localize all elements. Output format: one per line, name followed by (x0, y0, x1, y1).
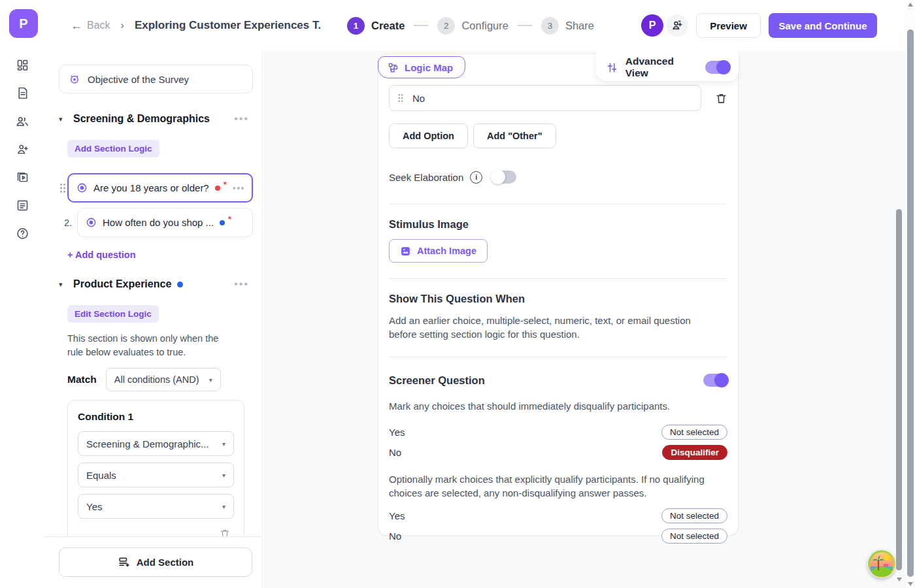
question-number: 2. (59, 218, 77, 228)
seek-elaboration-toggle[interactable] (492, 171, 516, 184)
edit-section-logic-link[interactable]: Edit Section Logic (67, 305, 159, 323)
step-connector (518, 25, 532, 26)
more-menu-icon[interactable]: ••• (233, 183, 245, 193)
scrollbar-thumb[interactable] (907, 29, 914, 577)
user-avatar[interactable]: P (641, 14, 663, 37)
progress-stepper: 1 Create 2 Configure 3 Share (347, 0, 594, 51)
more-menu-icon[interactable]: ••• (234, 278, 253, 290)
scroll-down-arrow[interactable] (897, 578, 902, 581)
island-widget-button[interactable] (867, 549, 896, 578)
required-asterisk: * (228, 214, 231, 224)
option-text-input[interactable]: No (389, 85, 701, 111)
section-status-dot (177, 282, 183, 287)
nav-help-button[interactable] (0, 220, 44, 248)
section-title[interactable]: Product Experience (73, 278, 171, 290)
save-and-continue-button[interactable]: Save and Continue (769, 13, 877, 38)
sidebar-scroll-area[interactable]: Objective of the Survey ▾ Screening & De… (44, 51, 262, 536)
drag-handle[interactable] (59, 183, 67, 193)
add-section-button[interactable]: Add Section (59, 547, 252, 577)
condition-answer-select[interactable]: Yes ▾ (78, 494, 234, 519)
logic-map-icon (388, 62, 399, 73)
condition-question-select[interactable]: Screening & Demographic... ▾ (78, 431, 234, 456)
add-section-icon (118, 556, 130, 568)
back-button[interactable]: ← Back (71, 19, 110, 33)
add-section-logic-link[interactable]: Add Section Logic (67, 140, 159, 157)
logic-map-button[interactable]: Logic Map (378, 56, 465, 78)
question-item[interactable]: How often do you shop ... * (77, 208, 253, 237)
attach-image-label: Attach Image (417, 246, 476, 256)
add-section-label: Add Section (137, 557, 194, 568)
disqualifier-badge[interactable]: Disqualifier (662, 445, 727, 460)
left-icon-rail (0, 51, 44, 588)
add-question-link[interactable]: + Add question (67, 250, 253, 260)
divider (389, 357, 727, 357)
window-scrollbar[interactable] (906, 0, 915, 588)
condition-operator-value: Equals (86, 470, 116, 481)
add-other-button[interactable]: Add "Other" (473, 123, 556, 148)
divider (389, 278, 727, 279)
show-when-description: Add an earlier choice, multiple-select, … (389, 314, 716, 341)
option-text-value: No (412, 93, 425, 104)
seek-elaboration-label: Seek Elaboration (389, 172, 463, 183)
app-logo[interactable]: P (9, 9, 38, 38)
caret-down-icon[interactable]: ▾ (59, 115, 73, 123)
step-3-circle[interactable]: 3 (541, 17, 559, 35)
chevron-down-icon: ▾ (222, 472, 225, 479)
question-label: How often do you shop ... (103, 217, 214, 228)
advanced-view-toggle[interactable] (705, 61, 729, 74)
screener-choice-row: No Disqualifier (389, 444, 727, 460)
drag-dots-icon[interactable] (397, 93, 404, 103)
logic-map-label: Logic Map (405, 62, 453, 73)
scrollbar-thumb[interactable] (896, 209, 902, 570)
nav-reports-button[interactable] (0, 191, 44, 220)
choice-label: No (389, 447, 401, 458)
match-rule-row: Match All conditions (AND) ▾ (67, 368, 253, 391)
choice-status-badge[interactable]: Not selected (661, 508, 727, 523)
step-3-label: Share (565, 20, 594, 32)
document-icon (16, 86, 29, 100)
nav-media-button[interactable] (0, 163, 44, 191)
caret-down-icon[interactable]: ▾ (59, 280, 73, 289)
option-actions: Add Option Add "Other" (389, 123, 727, 148)
nav-participants-button[interactable] (0, 107, 44, 135)
scroll-up-arrow[interactable] (908, 3, 913, 7)
survey-title[interactable]: Exploring Customer Experiences T. (135, 19, 321, 32)
choice-status-badge[interactable]: Not selected (661, 425, 727, 440)
delete-condition-button[interactable] (78, 525, 234, 536)
section-title[interactable]: Screening & Demographics (73, 113, 210, 125)
answer-option-row: No (389, 85, 727, 111)
step-1-circle[interactable]: 1 (347, 17, 365, 35)
choice-label: Yes (389, 427, 405, 438)
condition-answer-value: Yes (86, 501, 102, 512)
preview-button[interactable]: Preview (696, 13, 761, 38)
question-item-selected[interactable]: Are you 18 years or older? * ••• (67, 173, 253, 203)
objective-item[interactable]: Objective of the Survey (59, 65, 253, 93)
radio-question-icon (86, 217, 97, 228)
add-option-button[interactable]: Add Option (389, 123, 468, 148)
nav-dashboard-button[interactable] (0, 51, 44, 79)
nav-documents-button[interactable] (0, 79, 44, 107)
match-mode-select[interactable]: All conditions (AND) ▾ (106, 368, 221, 391)
more-menu-icon[interactable]: ••• (234, 113, 253, 125)
scroll-down-arrow[interactable] (908, 582, 913, 586)
screener-toggle[interactable] (703, 374, 727, 387)
attach-image-button[interactable]: Attach Image (389, 239, 488, 263)
step-1-label: Create (371, 20, 405, 32)
delete-option-button[interactable] (715, 91, 727, 105)
tune-icon (607, 61, 619, 74)
info-icon[interactable]: i (470, 171, 482, 184)
advanced-view-panel: Advanced View (596, 51, 739, 81)
step-2-circle[interactable]: 2 (437, 17, 455, 35)
back-arrow-icon: ← (71, 19, 82, 33)
red-dot-icon (215, 186, 220, 191)
section-logic-description: This section is shown only when the rule… (67, 332, 236, 359)
question-row-1: Are you 18 years or older? * ••• (59, 173, 253, 203)
invite-collaborator-button[interactable] (666, 14, 688, 37)
condition-operator-select[interactable]: Equals ▾ (78, 463, 234, 487)
nav-add-user-button[interactable] (0, 135, 44, 163)
advanced-view-label: Advanced View (625, 56, 699, 79)
condition-title: Condition 1 (78, 411, 234, 423)
choice-status-badge[interactable]: Not selected (661, 529, 727, 544)
objective-label: Objective of the Survey (88, 74, 189, 85)
content-scrollbar[interactable] (895, 51, 903, 588)
